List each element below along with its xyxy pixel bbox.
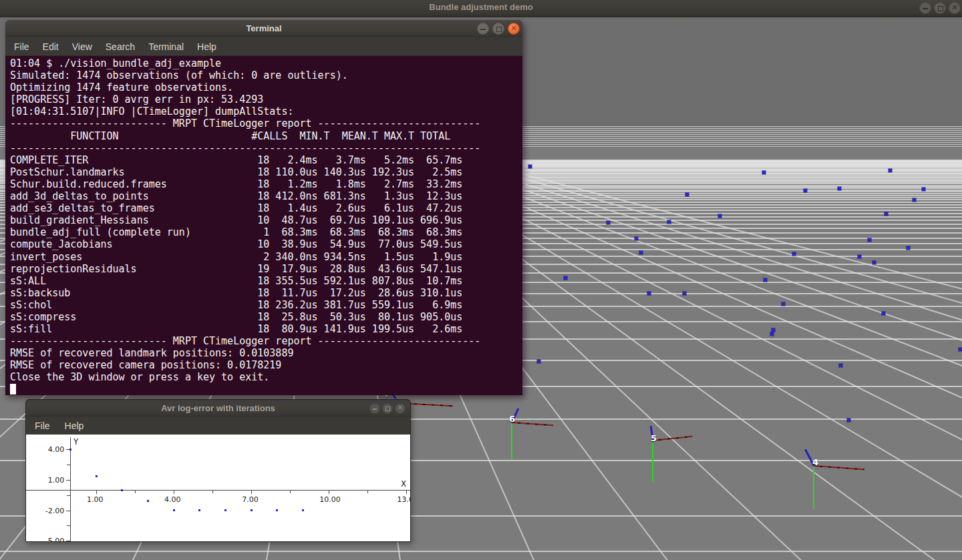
close-button[interactable]: ✕ [395,403,406,414]
landmark-point [685,193,689,196]
x-minor-tick [290,491,291,493]
x-tick [329,491,329,494]
landmark-point [528,165,532,168]
close-icon: ✕ [395,404,405,411]
menu-terminal[interactable]: Terminal [142,39,190,54]
landmark-point [537,360,540,363]
terminal-output-area[interactable]: 01:04 $ ./vision_bundle_adj_example Simu… [5,56,522,395]
landmark-point [959,348,962,351]
camera-label: 6 [509,414,515,424]
y-tick [66,541,70,541]
plot-window[interactable]: Avr log-error with iterations ✕ File Hel… [25,399,411,542]
landmark-point [913,198,916,202]
minimize-icon [373,408,377,410]
camera-y-axis [652,442,653,482]
x-tick [174,491,174,494]
terminal-title: Terminal [5,23,522,33]
data-point [173,509,175,511]
maximize-icon [938,6,943,11]
landmark-point [922,188,925,191]
maximize-icon [385,406,390,411]
terminal-titlebar[interactable]: Terminal ✕ [5,20,522,38]
data-point [276,509,278,511]
landmark-point [839,364,842,367]
landmark-point [882,312,885,315]
close-icon: ✕ [949,3,960,12]
plot-window-buttons: ✕ [369,403,406,414]
landmark-point [607,221,610,224]
y-minor-tick [67,465,70,465]
landmark-point [889,169,892,172]
landmark-point [868,238,871,242]
x-axis-label: X [401,479,406,489]
landmark-point [770,332,774,336]
landmark-point [667,220,671,224]
scatter-plot[interactable]: Y X 1.004.007.0010.0013.004.001.00-2.00-… [26,435,410,541]
landmark-point [718,214,722,218]
menu-view[interactable]: View [66,39,98,54]
menu-file[interactable]: File [29,418,56,433]
y-tick-label: -5.00 [42,537,64,541]
menu-help[interactable]: Help [191,39,222,54]
data-point [69,449,71,451]
landmark-point [872,261,876,264]
plot-window-title: Avr log-error with iterations [26,403,410,413]
y-tick-label: 4.00 [42,445,64,454]
camera-label: 4 [812,457,818,467]
landmark-point [885,212,888,216]
grid-line [0,551,962,552]
main-window-buttons: ✕ [919,2,961,14]
x-tick-label: 10.00 [319,495,341,504]
y-minor-tick [67,525,70,526]
maximize-button[interactable] [492,23,504,35]
menu-help[interactable]: Help [59,418,90,433]
camera-y-axis [511,423,512,460]
landmark-point [907,246,910,250]
terminal-menubar: File Edit View Search Terminal Help [5,37,522,56]
menu-search[interactable]: Search [100,39,141,54]
maximize-button[interactable] [382,403,393,414]
data-point [224,509,226,511]
x-minor-tick [135,491,136,493]
camera-y-axis [813,466,814,509]
landmark-point [804,189,807,192]
minimize-button[interactable] [369,403,380,414]
maximize-button[interactable] [934,2,946,14]
terminal-window-buttons: ✕ [477,23,520,35]
landmark-point [647,292,651,295]
x-tick [96,491,97,494]
data-point [198,509,200,511]
terminal-cursor [10,384,16,394]
y-tick-label: -2.00 [42,507,64,515]
terminal-output: 01:04 $ ./vision_bundle_adj_example Simu… [5,56,522,384]
minimize-button[interactable] [477,23,489,35]
y-minor-tick [67,495,70,496]
landmark-point [762,171,766,174]
y-tick-label: 1.00 [42,476,64,485]
main-window-titlebar[interactable]: Bundle adjustment demo ✕ [0,0,962,17]
minimize-button[interactable] [919,2,931,14]
y-tick [66,480,70,481]
landmark-point [635,237,638,240]
landmark-point [639,251,643,254]
plot-titlebar[interactable]: Avr log-error with iterations ✕ [26,400,410,418]
close-button[interactable]: ✕ [949,2,961,14]
menu-edit[interactable]: Edit [37,39,65,54]
x-tick [251,491,252,494]
x-tick [406,491,407,494]
x-tick-label: 7.00 [242,495,259,504]
data-point [302,509,304,511]
menu-file[interactable]: File [8,39,35,54]
landmark-point [683,292,686,295]
x-tick-label: 13.00 [397,495,410,504]
data-point [96,475,98,477]
data-point [121,489,123,491]
landmark-point [847,418,850,422]
terminal-window[interactable]: Terminal ✕ File Edit View Search Termina… [5,20,522,395]
maximize-icon [496,27,502,32]
data-point [147,500,149,502]
main-window-title: Bundle adjustment demo [0,2,962,12]
close-button[interactable]: ✕ [508,23,520,35]
x-minor-tick [367,491,368,493]
camera-label: 5 [651,433,657,443]
